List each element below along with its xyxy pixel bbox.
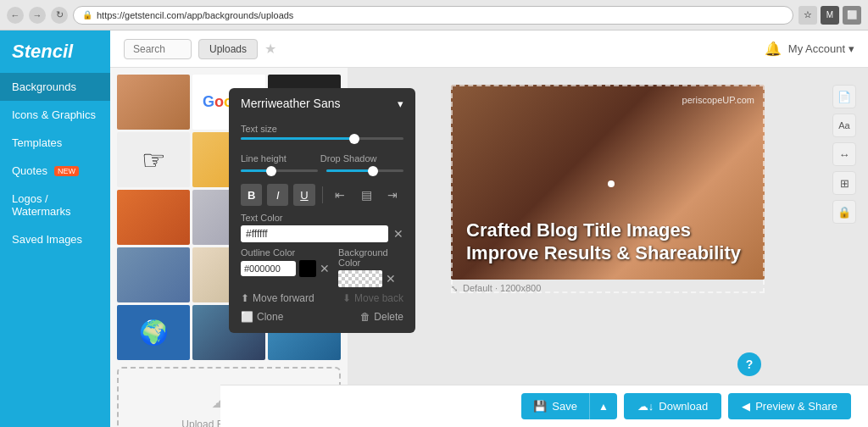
sidebar-label-logos: Logos / Watermarks: [12, 192, 98, 218]
sidebar-item-quotes[interactable]: Quotes NEW: [0, 157, 110, 185]
sidebar-label-quotes: Quotes: [12, 164, 47, 177]
align-left-button[interactable]: ⇤: [329, 184, 350, 206]
tool-lock-icon[interactable]: 🔒: [832, 200, 856, 224]
notification-icon[interactable]: 🔔: [765, 41, 782, 57]
canvas-area: periscopeUP.com Crafted Blog Title Image…: [348, 68, 868, 427]
drop-shadow-slider[interactable]: [326, 169, 403, 172]
ext-button-m[interactable]: M: [821, 6, 839, 25]
font-toolbar: Merriweather Sans ▾ Text size Line heigh…: [229, 88, 415, 333]
uploads-button[interactable]: Uploads: [198, 39, 258, 59]
background-color-section: Background Color ✕: [338, 247, 403, 287]
text-size-section: Text size: [229, 119, 415, 148]
bg-color-clear[interactable]: ✕: [386, 272, 396, 286]
image-thumb-cursor[interactable]: ☞: [117, 132, 190, 187]
secure-icon: 🔒: [82, 10, 92, 19]
drop-shadow-label: Drop Shadow: [320, 153, 377, 164]
font-name-label: Merriweather Sans: [241, 97, 341, 110]
clone-button[interactable]: ⬜ Clone: [241, 311, 283, 323]
line-height-slider[interactable]: [241, 169, 318, 172]
sidebar-item-backgrounds[interactable]: Backgrounds: [0, 73, 110, 101]
url-bar[interactable]: 🔒 https://getstencil.com/app/backgrounds…: [73, 6, 793, 25]
text-color-input-row: ✕: [241, 225, 403, 242]
delete-button[interactable]: 🗑 Delete: [360, 311, 403, 323]
download-label: Download: [659, 400, 708, 413]
outline-section: Outline Color ✕: [241, 247, 330, 287]
canvas-size-label: Default · 1200x800: [463, 283, 541, 293]
align-right-button[interactable]: ⇥: [382, 184, 403, 206]
bg-color-swatch[interactable]: [338, 270, 382, 287]
text-color-input[interactable]: [241, 225, 388, 242]
outline-color-swatch[interactable]: [299, 260, 316, 277]
format-divider: [322, 186, 323, 203]
delete-label: Delete: [374, 311, 403, 323]
outline-color-clear[interactable]: ✕: [320, 262, 330, 275]
outline-color-label: Outline Color: [241, 247, 330, 258]
delete-icon: 🗑: [360, 311, 370, 323]
font-dropdown-arrow[interactable]: ▾: [398, 97, 403, 110]
tool-grid-icon[interactable]: ⊞: [832, 171, 856, 195]
refresh-button[interactable]: ↻: [51, 7, 68, 24]
browser-actions: ☆ M ⬜: [798, 6, 861, 25]
outline-color-row: Outline Color ✕ Background Color ✕: [229, 244, 415, 289]
content-area: Google 🎤 ☞ 🍏 🌍: [110, 68, 868, 427]
sidebar-label-backgrounds: Backgrounds: [12, 80, 76, 93]
sidebar-item-logos[interactable]: Logos / Watermarks: [0, 185, 110, 225]
search-input[interactable]: [124, 39, 192, 59]
save-label: Save: [552, 400, 577, 413]
sidebar-item-templates[interactable]: Templates: [0, 129, 110, 157]
preview-share-button[interactable]: ◀ Preview & Share: [728, 393, 851, 419]
tool-file-icon[interactable]: 📄: [832, 85, 856, 108]
outline-input-row: ✕: [241, 260, 330, 277]
tool-text-icon[interactable]: Aa: [832, 114, 856, 137]
star-icon[interactable]: ★: [264, 41, 276, 57]
logo-text: Stencil: [12, 41, 73, 62]
line-height-label: Line height: [241, 153, 287, 164]
image-thumb-whitehouse[interactable]: [117, 247, 190, 302]
text-color-section: Text Color ✕: [229, 209, 415, 244]
label-row: Line height Drop Shadow: [241, 153, 403, 166]
preview-label: Preview & Share: [755, 400, 837, 413]
ext-button-2[interactable]: ⬜: [843, 6, 861, 25]
bold-button[interactable]: B: [241, 184, 262, 206]
top-bar-left: Uploads ★: [124, 39, 276, 59]
slider-row: [241, 166, 403, 179]
underline-button[interactable]: U: [293, 184, 314, 206]
back-button[interactable]: ←: [7, 7, 24, 24]
move-back-button[interactable]: ⬇ Move back: [342, 292, 403, 304]
move-forward-button[interactable]: ⬆ Move forward: [241, 292, 314, 304]
image-thumb-globe[interactable]: 🌍: [117, 305, 190, 360]
tool-resize-icon[interactable]: ↔: [832, 142, 856, 166]
download-button[interactable]: ☁↓ Download: [624, 393, 721, 419]
save-button[interactable]: 💾 Save: [521, 393, 589, 419]
text-color-clear[interactable]: ✕: [393, 227, 403, 241]
outline-color-input[interactable]: [241, 261, 296, 276]
forward-button[interactable]: →: [29, 7, 46, 24]
account-chevron-icon: ▾: [849, 42, 854, 55]
image-thumb-pencils2[interactable]: [117, 190, 190, 245]
download-icon: ☁↓: [637, 400, 654, 413]
star-button[interactable]: ☆: [798, 6, 817, 25]
account-button[interactable]: My Account ▾: [788, 42, 854, 55]
canvas-image[interactable]: periscopeUP.com Crafted Blog Title Image…: [451, 85, 765, 280]
save-dropdown-button[interactable]: ▲: [589, 393, 617, 419]
drop-shadow-slider-container: [326, 166, 403, 179]
italic-button[interactable]: I: [267, 184, 288, 206]
sidebar-item-icons[interactable]: Icons & Graphics: [0, 101, 110, 129]
text-size-slider[interactable]: [241, 137, 403, 140]
sidebar: Stencil Backgrounds Icons & Graphics Tem…: [0, 30, 110, 427]
logo: Stencil: [0, 30, 110, 73]
top-bar-right: 🔔 My Account ▾: [765, 41, 854, 57]
preview-icon: ◀: [742, 400, 750, 413]
help-button[interactable]: ?: [737, 352, 761, 376]
move-back-label: Move back: [354, 292, 403, 304]
align-center-button[interactable]: ▤: [356, 184, 377, 206]
font-toolbar-header: Merriweather Sans ▾: [229, 88, 415, 119]
sidebar-item-saved[interactable]: Saved Images: [0, 225, 110, 253]
line-height-slider-container: [241, 166, 318, 179]
clone-label: Clone: [257, 311, 283, 323]
image-thumb-pottery[interactable]: [117, 75, 190, 130]
canvas-text-overlay: Crafted Blog Title Images Improve Result…: [451, 206, 765, 280]
text-size-label: Text size: [241, 124, 403, 134]
action-row-1: ⬆ Move forward ⬇ Move back: [229, 289, 415, 308]
sidebar-label-templates: Templates: [12, 136, 62, 149]
